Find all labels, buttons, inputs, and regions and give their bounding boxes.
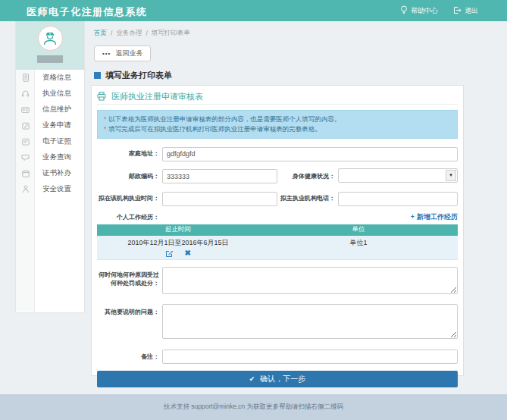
avatar — [38, 26, 63, 51]
user-panel — [16, 21, 84, 70]
user-name-redacted — [37, 55, 63, 63]
app-header: 医师电子化注册信息系统 帮助中心 退出 — [0, 0, 507, 21]
sidebar-item-info-maintenance[interactable]: 信息维护 — [16, 102, 84, 118]
app-footer: 技术支持 support@minke.cn 为获取更多帮助请扫描右侧二维码 — [0, 394, 507, 420]
bullet-icon: * — [104, 115, 106, 123]
edit-icon[interactable] — [165, 249, 174, 258]
sidebar-menu: 资格信息 执业信息 信息维护 业务申请 — [16, 70, 84, 312]
sidebar-item-security-settings[interactable]: 安全设置 — [16, 181, 84, 197]
sidebar-item-business-application[interactable]: 业务申请 — [16, 118, 84, 133]
practice-time-input[interactable] — [162, 192, 277, 206]
health-status-label: 身体健康状况： — [277, 168, 335, 184]
column-header-period: 起止时间 — [97, 225, 259, 234]
breadcrumb-separator: / — [146, 30, 147, 37]
help-icon — [400, 5, 408, 16]
sidebar-item-business-query[interactable]: 业务查询 — [16, 149, 84, 165]
add-experience-link[interactable]: + 新增工作经历 — [411, 212, 458, 222]
footer-text: 技术支持 support@minke.cn 为获取更多帮助请扫描右侧二维码 — [164, 403, 343, 412]
chevron-down-icon[interactable]: ▼ — [446, 170, 456, 181]
logout-link[interactable]: 退出 — [453, 6, 478, 16]
delete-icon[interactable]: ✖ — [184, 249, 190, 257]
bullet-icon: * — [104, 125, 106, 133]
org-phone-input[interactable] — [338, 192, 458, 206]
sidebar-item-certificate-reissue[interactable]: 证书补办 — [16, 165, 84, 181]
certificate-icon — [16, 138, 35, 146]
title-square-icon — [94, 72, 101, 79]
headset-icon — [16, 89, 35, 98]
confirm-next-button[interactable]: ✔ 确认，下一步 — [97, 371, 458, 387]
plus-icon: + — [411, 213, 415, 221]
printer-icon — [97, 92, 106, 102]
punishment-textarea[interactable] — [162, 267, 458, 294]
other-issues-row: 其他要说明的问题： — [97, 304, 458, 342]
breadcrumb-home[interactable]: 首页 — [94, 29, 107, 38]
postal-health-row: 邮政编码： 身体健康状况： ▼ — [97, 168, 458, 184]
breadcrumb: 首页 / 业务办理 / 填写打印表单 — [94, 29, 190, 38]
punishment-row: 何时何地何种原因受过何种处罚或处分： — [97, 267, 458, 297]
work-experience-label: 个人工作经历： — [97, 213, 159, 221]
sidebar: 资格信息 执业信息 信息维护 业务申请 — [15, 21, 85, 313]
sidebar-item-qualification-info[interactable]: 资格信息 — [16, 70, 84, 86]
notice-box: *以下表格为医师执业注册申请审核表的部分内容，也是需要医师个人填写的内容。 *填… — [97, 110, 458, 139]
column-header-unit: 单位 — [259, 225, 458, 234]
form-edit-icon — [16, 122, 35, 130]
help-center-link[interactable]: 帮助中心 — [400, 5, 438, 16]
row-period: 2010年12月1日至2016年6月15日 — [97, 238, 259, 248]
home-address-row: 家庭地址： — [97, 146, 458, 161]
calendar-icon — [16, 170, 35, 177]
work-experience-row: 个人工作经历： + 新增工作经历 — [97, 212, 458, 222]
form-card: 医师执业注册申请审核表 *以下表格为医师执业注册申请审核表的部分内容，也是需要医… — [91, 85, 464, 376]
practice-time-label: 拟在该机构执业时间： — [97, 190, 159, 206]
sidebar-item-practice-info[interactable]: 执业信息 — [16, 86, 84, 102]
notice-line: *填写完成后可在拟执业医疗机构打印医师执业注册申请审核表的完整表格。 — [104, 124, 451, 134]
postal-code-input[interactable] — [162, 169, 277, 183]
notice-line: *以下表格为医师执业注册申请审核表的部分内容，也是需要医师个人填写的内容。 — [104, 114, 451, 124]
check-icon: ✔ — [249, 375, 255, 383]
return-business-label: 返回业务 — [115, 49, 142, 58]
idcard-icon — [16, 106, 35, 114]
remarks-row: 备注： — [97, 349, 458, 365]
ellipsis-icon: ••• — [102, 50, 111, 57]
table-row: 2010年12月1日至2016年6月15日 ✖ 单位1 — [97, 236, 458, 260]
return-business-button[interactable]: ••• 返回业务 — [94, 45, 151, 61]
other-issues-textarea[interactable] — [162, 304, 458, 339]
table-header: 起止时间 单位 — [97, 224, 458, 236]
remarks-label: 备注： — [97, 349, 159, 365]
sidebar-item-e-certificate[interactable]: 电子证照 — [16, 133, 84, 149]
home-address-input[interactable] — [162, 147, 458, 161]
punishment-label: 何时何地何种原因受过何种处罚或处分： — [97, 267, 159, 297]
time-phone-row: 拟在该机构执业时间： 拟主执业机构电话： — [97, 190, 458, 206]
app-title: 医师电子化注册信息系统 — [27, 5, 148, 19]
other-issues-label: 其他要说明的问题： — [97, 304, 159, 342]
page-title: 填写业务打印表单 — [94, 70, 172, 81]
document-icon — [16, 74, 35, 82]
help-label: 帮助中心 — [411, 6, 438, 16]
breadcrumb-current: 填写打印表单 — [152, 29, 190, 38]
form-title: 医师执业注册申请审核表 — [97, 91, 458, 105]
header-actions: 帮助中心 退出 — [400, 0, 478, 21]
work-experience-table: 起止时间 单位 2010年12月1日至2016年6月15日 ✖ 单位1 — [97, 224, 458, 260]
chat-icon — [16, 154, 35, 161]
breadcrumb-separator: / — [111, 30, 112, 37]
health-status-select[interactable]: ▼ — [338, 168, 458, 183]
breadcrumb-business[interactable]: 业务办理 — [116, 29, 142, 38]
postal-code-label: 邮政编码： — [97, 168, 159, 184]
logout-label: 退出 — [465, 6, 478, 16]
user-key-icon — [16, 185, 35, 193]
home-address-label: 家庭地址： — [97, 146, 159, 161]
doctor-icon — [42, 30, 58, 47]
row-unit: 单位1 — [259, 238, 458, 258]
logout-icon — [453, 6, 462, 16]
org-phone-label: 拟主执业机构电话： — [277, 190, 335, 206]
remarks-input[interactable] — [162, 349, 458, 364]
